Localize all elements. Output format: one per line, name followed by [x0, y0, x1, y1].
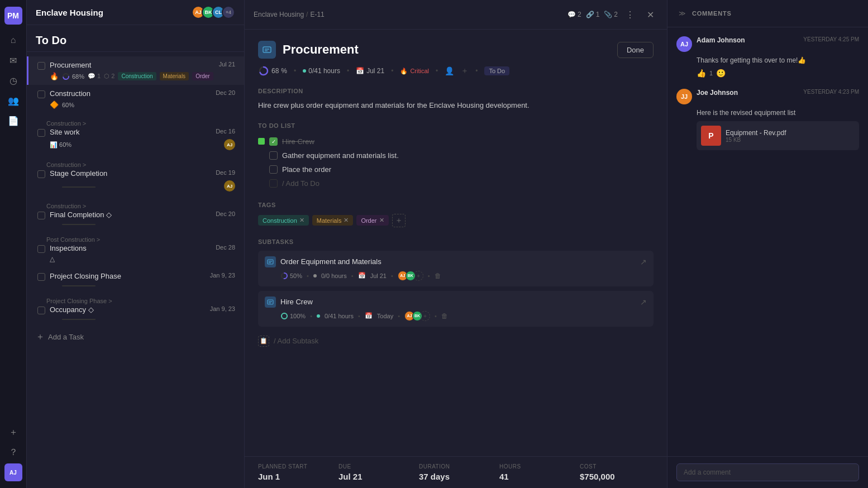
- user-avatar-icon[interactable]: AJ: [4, 463, 22, 481]
- help-icon[interactable]: ？: [4, 443, 22, 461]
- done-button[interactable]: Done: [617, 42, 654, 58]
- task-item-project-closing-phase[interactable]: Project Closing Phase Jan 9, 23: [27, 267, 244, 291]
- task-item-final-completion[interactable]: Construction > Final Completion ◇ Dec 20: [27, 196, 244, 229]
- reaction-count: 1: [709, 70, 713, 76]
- add-subtask-icon: 📋: [258, 336, 269, 347]
- comments-panel: ≫ COMMENTS AJ Adam Johnson YESTERDAY 4:2…: [667, 0, 868, 488]
- task-checkbox-occupancy[interactable]: [37, 307, 45, 314]
- task-item-construction[interactable]: Construction Dec 20 🔶 60%: [27, 85, 244, 113]
- tag-badge-materials[interactable]: Materials ✕: [312, 215, 354, 226]
- collapse-button[interactable]: ≫: [676, 8, 688, 19]
- comments-title: COMMENTS: [692, 10, 732, 17]
- final-completion-progress-bar: [62, 224, 96, 225]
- comment-time-joe: YESTERDAY 4:23 PM: [803, 89, 859, 95]
- add-task-button[interactable]: ＋ Add a Task: [27, 324, 244, 350]
- delete-subtask-1[interactable]: 🗑: [435, 272, 441, 280]
- task-title-row: Procurement Done: [258, 41, 654, 59]
- app-logo[interactable]: PM: [4, 7, 22, 25]
- stage-completion-progress-bar: [62, 186, 96, 188]
- delete-subtask-2[interactable]: 🗑: [441, 312, 448, 320]
- svg-rect-12: [268, 300, 273, 304]
- add-todo-button[interactable]: / Add To Do: [258, 176, 654, 190]
- sidebar-nav: PM ⌂ ✉ ◷ 👥 📄 ＋ ？ AJ: [0, 0, 27, 488]
- subtask-meta-1: 50% • 0/0 hours • 📅 Jul 21 • AJ BK ＋ • 🗑: [265, 271, 647, 281]
- more-button[interactable]: ⋮: [622, 7, 638, 22]
- comment-author-block-joe: Joe Johnson: [697, 89, 738, 97]
- close-button[interactable]: ✕: [642, 7, 658, 22]
- attachment-size: 15 KB: [726, 137, 786, 143]
- footer-stats: PLANNED START Jun 1 DUE Jul 21 DURATION …: [258, 463, 654, 481]
- attachment-preview-joe[interactable]: P Equipment - Rev.pdf 15 KB: [697, 121, 859, 150]
- home-icon[interactable]: ⌂: [4, 31, 22, 49]
- docs-icon[interactable]: 📄: [4, 112, 22, 130]
- todo-checkbox-gather-equipment[interactable]: [269, 151, 278, 160]
- task-checkbox-final-completion[interactable]: [37, 212, 45, 219]
- task-checkbox-construction[interactable]: [37, 90, 45, 98]
- avatar-stack: AJ BK CL +4: [192, 6, 235, 19]
- comment-author-block-adam: Adam Johnson: [697, 36, 745, 44]
- task-checkbox-project-closing-phase[interactable]: [37, 273, 45, 281]
- comment-item-joe: JJ Joe Johnson YESTERDAY 4:23 PM Here is…: [676, 89, 859, 150]
- add-reaction-button-adam[interactable]: 🙂: [716, 69, 726, 78]
- cost-value: $750,000: [580, 472, 654, 481]
- task-list-scroll[interactable]: Procurement Jul 21 🔥 68% 💬 1 ⬡ 2 Constru…: [27, 52, 244, 488]
- todo-checkbox-hire-crew[interactable]: ✓: [269, 137, 278, 146]
- task-item-occupancy[interactable]: Project Closing Phase > Occupancy ◇ Jan …: [27, 291, 244, 324]
- subtask-link-icon-1[interactable]: ↗: [640, 257, 647, 266]
- status-badge[interactable]: To Do: [484, 66, 509, 75]
- tag-badge-construction[interactable]: Construction ✕: [258, 215, 309, 226]
- group-label-inspections: Post Construction >: [37, 234, 235, 244]
- todo-checkbox-place-order[interactable]: [269, 165, 278, 174]
- breadcrumb-task-id[interactable]: E-11: [310, 11, 324, 18]
- add-assignee-icon[interactable]: ＋: [461, 66, 469, 76]
- breadcrumb-project[interactable]: Enclave Housing: [254, 11, 304, 18]
- task-date-occupancy: Jan 9, 23: [210, 305, 235, 312]
- task-item-stage-completion[interactable]: Construction > Stage Completion Dec 19 A…: [27, 155, 244, 196]
- detail-body[interactable]: Procurement Done 68% • 0/41 hours • 📅 Ju…: [245, 30, 667, 456]
- todo-item-hire-crew[interactable]: ✓ Hire Crew: [258, 135, 654, 149]
- task-item-inspections[interactable]: Post Construction > Inspections Dec 28 △: [27, 229, 244, 267]
- add-icon[interactable]: ＋: [4, 423, 22, 441]
- tag-badge-order[interactable]: Order ✕: [356, 215, 388, 226]
- task-checkbox-stage-completion[interactable]: [37, 170, 45, 178]
- add-member-icon-2[interactable]: ＋: [420, 311, 430, 321]
- task-date-final-completion: Dec 20: [216, 210, 235, 217]
- task-checkbox-procurement[interactable]: [37, 62, 45, 70]
- add-subtask-button[interactable]: 📋 / Add Subtask: [258, 331, 654, 349]
- subtask-link-icon-2[interactable]: ↗: [640, 298, 647, 307]
- comment-author-name-adam: Adam Johnson: [697, 36, 745, 44]
- hours-detail: 0/41 hours: [303, 67, 340, 75]
- duration-value: 37 days: [419, 472, 493, 481]
- subtask-dot-1: [313, 274, 317, 278]
- detail-header-actions: 💬 2 🔗 1 📎 2 ⋮ ✕: [567, 7, 658, 22]
- tag-remove-construction[interactable]: ✕: [299, 217, 304, 224]
- task-date-stage-completion: Dec 19: [216, 169, 235, 176]
- task-item-site-work[interactable]: Construction > Site work Dec 16 📊 60% AJ: [27, 113, 244, 155]
- clock-icon[interactable]: ◷: [4, 71, 22, 89]
- tag-name-order: Order: [361, 217, 376, 224]
- comment-input[interactable]: [676, 463, 859, 481]
- todo-text-place-order: Place the order: [282, 165, 331, 174]
- tag-remove-materials[interactable]: ✕: [344, 217, 349, 224]
- subtask-calendar-icon-1: 📅: [358, 272, 366, 279]
- todo-item-gather-equipment[interactable]: Gather equipment and materials list.: [258, 149, 654, 162]
- tag-remove-order[interactable]: ✕: [379, 217, 384, 224]
- inbox-icon[interactable]: ✉: [4, 51, 22, 69]
- duration-label: DURATION: [419, 463, 493, 470]
- add-tag-button[interactable]: ＋: [392, 214, 406, 227]
- comment-reactions-adam: 👍 1 🙂: [676, 69, 859, 78]
- comment-header-adam: AJ Adam Johnson YESTERDAY 4:25 PM: [676, 36, 859, 52]
- add-member-icon-1[interactable]: ＋: [413, 271, 423, 281]
- assignee-icon: 👤: [445, 66, 454, 75]
- task-checkbox-inspections[interactable]: [37, 245, 45, 253]
- comment-avatar-joe: JJ: [676, 89, 692, 104]
- todo-item-place-order[interactable]: Place the order: [258, 162, 654, 176]
- todo-checkbox-add: [269, 179, 278, 188]
- tag-name-construction: Construction: [263, 217, 297, 224]
- comment-time-adam: YESTERDAY 4:25 PM: [803, 36, 859, 42]
- task-item-procurement[interactable]: Procurement Jul 21 🔥 68% 💬 1 ⬡ 2 Constru…: [27, 56, 244, 85]
- users-icon[interactable]: 👥: [4, 92, 22, 109]
- planned-start-label: PLANNED START: [258, 463, 332, 470]
- task-checkbox-site-work[interactable]: [37, 129, 45, 137]
- planned-start-value: Jun 1: [258, 472, 332, 481]
